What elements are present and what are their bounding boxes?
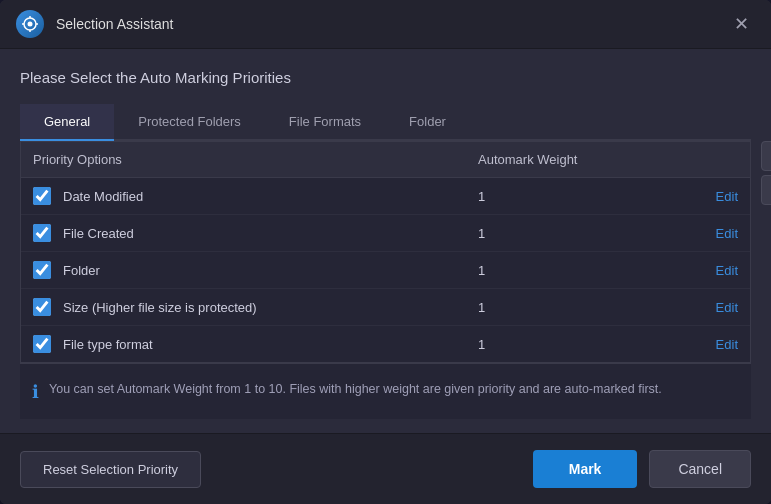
info-icon: ℹ — [32, 381, 39, 403]
tab-bar: General Protected Folders File Formats F… — [20, 104, 751, 141]
info-box: ℹ You can set Automark Weight from 1 to … — [20, 363, 751, 419]
row-3-checkbox[interactable] — [33, 261, 51, 279]
tab-file-formats[interactable]: File Formats — [265, 104, 385, 141]
row-3-weight: 1 — [478, 263, 678, 278]
tab-folder[interactable]: Folder — [385, 104, 470, 141]
table-row: Size (Higher file size is protected) 1 E… — [21, 289, 750, 326]
table-row: Date Modified 1 Edit — [21, 178, 750, 215]
tab-general[interactable]: General — [20, 104, 114, 141]
info-text: You can set Automark Weight from 1 to 10… — [49, 380, 662, 399]
row-2-edit[interactable]: Edit — [678, 226, 738, 241]
row-4-checkbox[interactable] — [33, 298, 51, 316]
row-5-weight: 1 — [478, 337, 678, 352]
table-wrapper: Priority Options Automark Weight Date Mo… — [20, 141, 751, 363]
row-5-label: File type format — [63, 337, 478, 352]
table-row: Folder 1 Edit — [21, 252, 750, 289]
row-1-label: Date Modified — [63, 189, 478, 204]
app-icon — [16, 10, 44, 38]
scroll-up-button[interactable]: ▲ — [761, 141, 771, 171]
title-bar: Selection Assistant ✕ — [0, 0, 771, 49]
dialog-title: Selection Assistant — [56, 16, 715, 32]
mark-button[interactable]: Mark — [533, 450, 638, 488]
scroll-controls: ▲ ▼ — [761, 141, 771, 205]
header-weight: Automark Weight — [478, 152, 678, 167]
dialog-body: Please Select the Auto Marking Prioritie… — [0, 49, 771, 433]
table-header: Priority Options Automark Weight — [21, 142, 750, 178]
dialog-container: Selection Assistant ✕ Please Select the … — [0, 0, 771, 504]
row-4-weight: 1 — [478, 300, 678, 315]
dialog-footer: Reset Selection Priority Mark Cancel — [0, 433, 771, 504]
page-subtitle: Please Select the Auto Marking Prioritie… — [20, 69, 751, 86]
tab-protected-folders[interactable]: Protected Folders — [114, 104, 265, 141]
reset-button[interactable]: Reset Selection Priority — [20, 451, 201, 488]
row-2-weight: 1 — [478, 226, 678, 241]
row-3-label: Folder — [63, 263, 478, 278]
row-4-edit[interactable]: Edit — [678, 300, 738, 315]
header-priority: Priority Options — [33, 152, 478, 167]
scroll-down-button[interactable]: ▼ — [761, 175, 771, 205]
table-rows: Date Modified 1 Edit File Created 1 Edit… — [21, 178, 750, 362]
row-4-label: Size (Higher file size is protected) — [63, 300, 478, 315]
row-2-label: File Created — [63, 226, 478, 241]
table-row: File Created 1 Edit — [21, 215, 750, 252]
row-1-checkbox[interactable] — [33, 187, 51, 205]
footer-right-buttons: Mark Cancel — [533, 450, 751, 488]
row-2-checkbox[interactable] — [33, 224, 51, 242]
close-button[interactable]: ✕ — [727, 10, 755, 38]
row-1-edit[interactable]: Edit — [678, 189, 738, 204]
cancel-button[interactable]: Cancel — [649, 450, 751, 488]
row-3-edit[interactable]: Edit — [678, 263, 738, 278]
table-row: File type format 1 Edit — [21, 326, 750, 362]
row-1-weight: 1 — [478, 189, 678, 204]
svg-point-1 — [28, 22, 33, 27]
row-5-edit[interactable]: Edit — [678, 337, 738, 352]
priority-table: Priority Options Automark Weight Date Mo… — [20, 141, 751, 363]
row-5-checkbox[interactable] — [33, 335, 51, 353]
